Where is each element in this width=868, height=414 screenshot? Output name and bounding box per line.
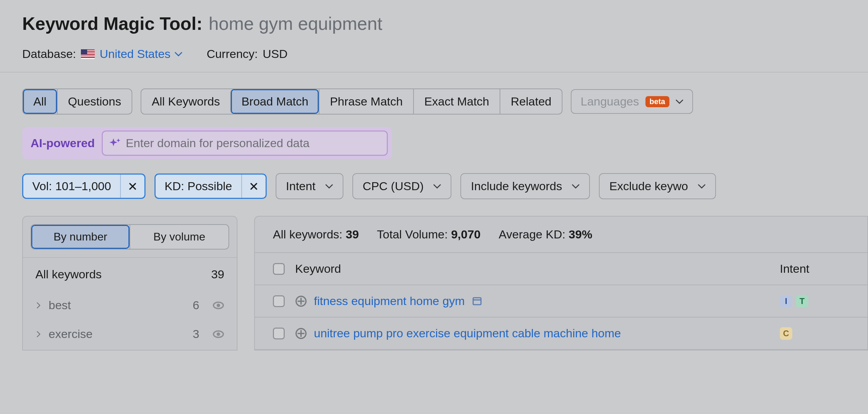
us-flag-icon: [81, 49, 95, 59]
close-icon: [250, 182, 258, 191]
keyword-link[interactable]: fitness equipment home gym: [314, 294, 465, 308]
chevron-down-icon: [325, 184, 333, 189]
tab-broad-match[interactable]: Broad Match: [230, 89, 319, 114]
page-header: Keyword Magic Tool: home gym equipment D…: [0, 0, 868, 72]
stat-all-label: All keywords:: [273, 228, 342, 241]
sidebar-group-label: exercise: [49, 327, 186, 341]
database-link[interactable]: United States: [100, 47, 182, 61]
close-icon: [128, 182, 137, 191]
table-row: unitree pump pro exercise equipment cabl…: [255, 318, 867, 350]
svg-point-1: [217, 304, 220, 307]
filter-intent[interactable]: Intent: [276, 173, 343, 199]
tab-questions[interactable]: Questions: [57, 89, 132, 114]
page-title-query: home gym equipment: [209, 13, 382, 34]
row-checkbox[interactable]: [273, 328, 285, 339]
tab-related[interactable]: Related: [500, 89, 562, 114]
currency-value: USD: [263, 47, 288, 61]
row-checkbox[interactable]: [273, 295, 285, 307]
filter-chip-label: KD: Possible: [156, 175, 241, 198]
sidebar-group-count: 6: [193, 298, 199, 312]
ai-panel: AI-powered: [22, 127, 392, 159]
database-value: United States: [100, 47, 170, 61]
svg-rect-5: [473, 298, 481, 305]
filter-chip[interactable]: KD: Possible: [155, 174, 267, 199]
filter-label: Exclude keywo: [609, 179, 688, 193]
filter-label: Intent: [286, 179, 316, 193]
add-keyword-icon[interactable]: [295, 295, 307, 307]
sidebar-group-label: best: [49, 298, 186, 312]
languages-dropdown[interactable]: Languages beta: [571, 89, 693, 114]
chevron-down-icon: [676, 99, 683, 104]
stats-row: All keywords: 39 Total Volume: 9,070 Ave…: [255, 217, 867, 253]
tab-group-type: AllQuestions: [22, 88, 132, 115]
tab-all-keywords[interactable]: All Keywords: [141, 89, 231, 114]
stat-kd-label: Average KD:: [499, 228, 565, 241]
filter-cpc-usd[interactable]: CPC (USD): [352, 173, 452, 199]
stat-all-value: 39: [346, 228, 359, 241]
filter-label: CPC (USD): [363, 179, 424, 193]
sidebar-all-label: All keywords: [35, 268, 102, 281]
chevron-down-icon: [698, 184, 706, 189]
ai-row: AI-powered: [0, 115, 868, 159]
chevron-down-icon: [175, 52, 182, 57]
beta-badge: beta: [645, 96, 669, 107]
sidebar-group-count: 3: [193, 327, 199, 341]
sidebar: By numberBy volume All keywords 39 best6…: [22, 216, 237, 350]
intent-badge-t: T: [796, 295, 808, 307]
ai-powered-label: AI-powered: [31, 136, 95, 150]
sort-by-volume[interactable]: By volume: [130, 225, 228, 249]
tab-phrase-match[interactable]: Phrase Match: [319, 89, 413, 114]
sidebar-all-count: 39: [211, 268, 224, 281]
table-row: fitness equipment home gymIT: [255, 285, 867, 318]
currency-item: Currency: USD: [207, 47, 287, 61]
table-header: Keyword Intent: [255, 253, 867, 285]
intent-badge-c: C: [780, 327, 792, 340]
stat-vol-value: 9,070: [451, 228, 481, 241]
col-header-keyword[interactable]: Keyword: [295, 262, 780, 276]
stat-kd-value: 39%: [569, 228, 592, 241]
filter-chip-remove[interactable]: [241, 175, 266, 198]
keyword-link[interactable]: unitree pump pro exercise equipment cabl…: [314, 327, 621, 340]
database-selector[interactable]: Database: United States: [22, 47, 182, 61]
filter-chip[interactable]: Vol: 101–1,000: [22, 174, 145, 199]
intent-badges: IT: [780, 295, 849, 307]
content: By numberBy volume All keywords 39 best6…: [0, 199, 868, 350]
eye-icon[interactable]: [212, 299, 224, 311]
sparkle-icon: [109, 137, 121, 149]
filter-chip-label: Vol: 101–1,000: [23, 175, 120, 198]
page-title: Keyword Magic Tool:: [22, 13, 202, 34]
filter-label: Include keywords: [471, 179, 562, 193]
sidebar-group[interactable]: best6: [23, 291, 237, 320]
tab-all[interactable]: All: [23, 89, 57, 114]
chevron-down-icon: [572, 184, 579, 189]
filter-include-keywords[interactable]: Include keywords: [460, 173, 590, 199]
eye-icon[interactable]: [212, 328, 224, 340]
sidebar-all-keywords[interactable]: All keywords 39: [23, 257, 237, 291]
sort-by-number[interactable]: By number: [31, 225, 130, 249]
intent-badges: C: [780, 327, 849, 340]
page-title-row: Keyword Magic Tool: home gym equipment: [22, 13, 846, 34]
intent-badge-i: I: [780, 295, 792, 307]
domain-input[interactable]: [126, 136, 376, 150]
results-panel: All keywords: 39 Total Volume: 9,070 Ave…: [254, 216, 868, 350]
add-keyword-icon[interactable]: [295, 328, 307, 339]
sidebar-sort-toggle: By numberBy volume: [31, 224, 229, 250]
tab-group-match: All KeywordsBroad MatchPhrase MatchExact…: [141, 88, 562, 115]
select-all-checkbox[interactable]: [273, 263, 285, 275]
svg-point-3: [217, 332, 220, 336]
chevron-right-icon: [35, 331, 42, 337]
meta-row: Database: United States Currency: USD: [22, 47, 846, 61]
tab-exact-match[interactable]: Exact Match: [413, 89, 500, 114]
filter-chip-remove[interactable]: [120, 175, 144, 198]
chevron-right-icon: [35, 302, 42, 309]
sidebar-group[interactable]: exercise3: [23, 320, 237, 348]
serp-icon[interactable]: [472, 296, 482, 306]
stat-vol-label: Total Volume:: [377, 228, 448, 241]
toolbar: AllQuestions All KeywordsBroad MatchPhra…: [0, 73, 868, 115]
col-header-intent[interactable]: Intent: [780, 262, 849, 276]
currency-label: Currency:: [207, 47, 258, 61]
ai-input-wrap[interactable]: [102, 130, 388, 156]
filter-exclude-keywo[interactable]: Exclude keywo: [599, 173, 716, 199]
filters-row: Vol: 101–1,000KD: PossibleIntentCPC (USD…: [0, 159, 868, 199]
database-label: Database:: [22, 47, 76, 61]
